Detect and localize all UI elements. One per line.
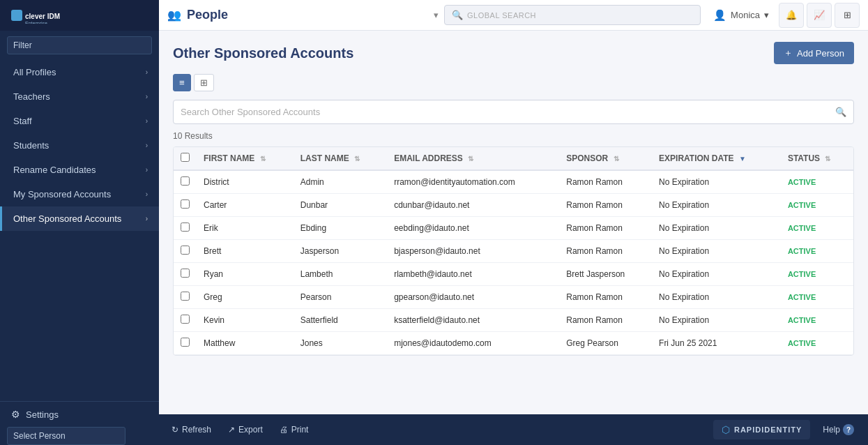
row-checkbox-3[interactable] xyxy=(181,246,190,255)
chevron-right-icon: › xyxy=(146,117,148,125)
sidebar-item-other-sponsored[interactable]: Other Sponsored Accounts › xyxy=(0,206,159,231)
col-header-first-name[interactable]: FIRST NAME ⇅ xyxy=(197,147,294,170)
section-chevron-icon[interactable]: ▾ xyxy=(434,10,439,20)
sidebar-item-label: All Profiles xyxy=(13,67,56,77)
row-email: mjones@idautodemo.com xyxy=(387,332,559,355)
select-person-dropdown[interactable]: Select Person xyxy=(7,427,125,445)
row-checkbox-cell[interactable] xyxy=(174,240,197,263)
row-checkbox-0[interactable] xyxy=(181,176,190,186)
user-menu-button[interactable]: 👤 Monica ▾ xyxy=(706,6,776,24)
sidebar-item-rename-candidates[interactable]: Rename Candidates › xyxy=(0,158,159,182)
col-label: EXPIRATION DATE xyxy=(659,153,734,163)
row-status: ACTIVE xyxy=(781,194,853,217)
gear-icon: ⚙ xyxy=(11,409,20,420)
row-checkbox-5[interactable] xyxy=(181,292,190,301)
col-header-expiration[interactable]: EXPIRATION DATE ▼ xyxy=(652,147,781,170)
chart-icon: 📈 xyxy=(814,10,825,20)
sidebar-item-teachers[interactable]: Teachers › xyxy=(0,84,159,109)
add-person-button[interactable]: ＋ Add Person xyxy=(774,42,854,64)
row-sponsor: Ramon Ramon xyxy=(559,194,652,217)
table-row: Carter Dunbar cdunbar@idauto.net Ramon R… xyxy=(174,194,853,217)
rapididentity-label: RAPIDIDENTITY xyxy=(734,425,802,434)
list-view-button[interactable]: ≡ xyxy=(173,74,191,91)
refresh-icon: ↻ xyxy=(172,425,178,435)
search-icon: 🔍 xyxy=(452,10,463,20)
sidebar-item-students[interactable]: Students › xyxy=(0,133,159,158)
row-checkbox-cell[interactable] xyxy=(174,309,197,332)
svg-text:Enterprise: Enterprise xyxy=(25,21,47,24)
help-label: Help xyxy=(823,425,840,435)
row-checkbox-4[interactable] xyxy=(181,269,190,278)
sort-icon: ⇅ xyxy=(354,155,360,163)
grid-view-button[interactable]: ⊞ xyxy=(835,3,860,28)
row-status: ACTIVE xyxy=(781,217,853,240)
sidebar-item-all-profiles[interactable]: All Profiles › xyxy=(0,60,159,84)
help-button[interactable]: Help ? xyxy=(816,424,861,435)
row-sponsor: Ramon Ramon xyxy=(559,217,652,240)
sidebar-item-my-sponsored[interactable]: My Sponsored Accounts › xyxy=(0,182,159,206)
sort-icon: ⇅ xyxy=(614,155,619,163)
sidebar-item-label: Other Sponsored Accounts xyxy=(13,213,121,224)
row-checkbox-7[interactable] xyxy=(181,338,190,347)
rapididentity-icon: ⬡ xyxy=(722,424,730,435)
chevron-right-icon: › xyxy=(146,68,148,76)
page-title: Other Sponsored Accounts xyxy=(173,45,353,61)
col-header-last-name[interactable]: LAST NAME ⇅ xyxy=(294,147,387,170)
row-expiration: No Expiration xyxy=(652,263,781,286)
table-header-row: FIRST NAME ⇅ LAST NAME ⇅ EMAIL ADDRESS ⇅ xyxy=(174,147,853,170)
row-email: gpearson@idauto.net xyxy=(387,286,559,309)
col-label: SPONSOR xyxy=(566,153,608,163)
select-all-checkbox[interactable] xyxy=(181,153,190,162)
row-last-name: Satterfield xyxy=(294,309,387,332)
content-search-input[interactable] xyxy=(181,100,835,123)
row-expiration: No Expiration xyxy=(652,170,781,194)
col-header-email[interactable]: EMAIL ADDRESS ⇅ xyxy=(387,147,559,170)
row-checkbox-1[interactable] xyxy=(181,199,190,209)
row-checkbox-cell[interactable] xyxy=(174,194,197,217)
sort-icon: ⇅ xyxy=(260,155,266,163)
content-area: Other Sponsored Accounts ＋ Add Person ≡ … xyxy=(159,31,868,414)
export-button[interactable]: ↗ Export xyxy=(222,421,268,438)
select-all-checkbox-header[interactable] xyxy=(174,147,197,170)
row-last-name: Admin xyxy=(294,170,387,194)
filter-section: Filter xyxy=(0,31,159,60)
filter-dropdown[interactable]: Filter xyxy=(7,36,152,54)
sidebar-nav: All Profiles › Teachers › Staff › Studen… xyxy=(0,60,159,231)
col-header-sponsor[interactable]: SPONSOR ⇅ xyxy=(559,147,652,170)
results-count: 10 Results xyxy=(173,131,854,141)
row-checkbox-2[interactable] xyxy=(181,222,190,232)
row-status: ACTIVE xyxy=(781,286,853,309)
analytics-button[interactable]: 📈 xyxy=(807,3,832,28)
sidebar-item-staff[interactable]: Staff › xyxy=(0,109,159,133)
row-expiration: No Expiration xyxy=(652,194,781,217)
row-sponsor: Brett Jasperson xyxy=(559,263,652,286)
plus-icon: ＋ xyxy=(784,47,793,59)
global-search-input[interactable] xyxy=(467,6,693,24)
row-checkbox-cell[interactable] xyxy=(174,286,197,309)
row-checkbox-cell[interactable] xyxy=(174,263,197,286)
settings-item[interactable]: ⚙ Settings xyxy=(0,401,159,427)
row-status: ACTIVE xyxy=(781,170,853,194)
row-last-name: Ebding xyxy=(294,217,387,240)
svg-rect-0 xyxy=(11,10,22,21)
row-checkbox-6[interactable] xyxy=(181,315,190,324)
people-icon: 👥 xyxy=(167,8,181,22)
row-last-name: Jones xyxy=(294,332,387,355)
row-checkbox-cell[interactable] xyxy=(174,170,197,194)
row-checkbox-cell[interactable] xyxy=(174,217,197,240)
print-button[interactable]: 🖨 Print xyxy=(274,421,314,438)
row-expiration: No Expiration xyxy=(652,240,781,263)
add-person-label: Add Person xyxy=(797,48,844,59)
col-label: LAST NAME xyxy=(300,153,349,163)
refresh-button[interactable]: ↻ Refresh xyxy=(166,421,217,438)
user-chevron-icon: ▾ xyxy=(764,10,769,20)
user-name: Monica xyxy=(731,10,760,20)
row-first-name: Carter xyxy=(197,194,294,217)
rapididentity-logo: ⬡ RAPIDIDENTITY xyxy=(713,420,810,439)
row-checkbox-cell[interactable] xyxy=(174,332,197,355)
grid-view-toggle-button[interactable]: ⊞ xyxy=(194,74,214,91)
col-header-status[interactable]: STATUS ⇅ xyxy=(781,147,853,170)
table-row: Brett Jasperson bjasperson@idauto.net Ra… xyxy=(174,240,853,263)
sidebar: clever IDM Enterprise Filter All Profile… xyxy=(0,0,159,445)
notifications-button[interactable]: 🔔 xyxy=(779,3,804,28)
